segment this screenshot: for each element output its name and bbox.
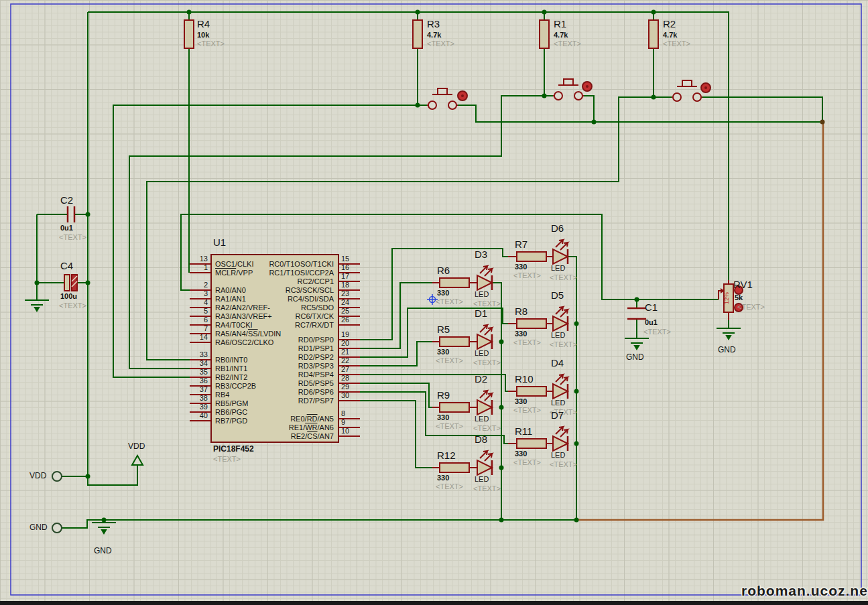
text-placeholder: <TEXT>: [473, 299, 501, 308]
pin-number: 18: [341, 281, 359, 289]
vdd-terminal[interactable]: [52, 472, 62, 481]
resistor-R1[interactable]: [540, 20, 549, 48]
pin-number: 14: [190, 333, 208, 341]
window-bottom-edge: [0, 601, 868, 605]
pin-label: RB0/INT0: [215, 356, 247, 364]
pin-label: RE2/CS/AN7: [253, 432, 334, 440]
resistor-R3[interactable]: [413, 20, 422, 48]
pin-label: RA0/AN0: [215, 286, 246, 294]
component-ref: D4: [551, 358, 564, 369]
pin-number: 19: [341, 330, 359, 338]
pin-number: 23: [341, 289, 359, 297]
component-ref: R11: [515, 426, 532, 438]
pin-number: 28: [341, 374, 359, 382]
pin-label: RD7/PSP7: [253, 397, 334, 405]
gnd-power-label: GND: [94, 547, 112, 555]
component-value: 4.7k: [427, 31, 441, 39]
pin-number: 7: [190, 324, 208, 332]
component-value: 0u1: [645, 318, 658, 326]
pot-position-text: 12%: [723, 292, 730, 304]
component-ref: R4: [197, 19, 210, 30]
component-value: 330: [515, 397, 527, 405]
component-value: 0u1: [60, 224, 73, 232]
capacitor-C1[interactable]: [627, 308, 646, 319]
pin-label: RC3/SCK/SCL: [253, 286, 334, 294]
text-placeholder: <TEXT>: [550, 340, 577, 348]
text-placeholder: <TEXT>: [427, 40, 454, 48]
gnd-terminal[interactable]: [52, 523, 62, 533]
component-ref: R7: [515, 239, 528, 251]
pin-number: 34: [190, 359, 208, 367]
text-placeholder: <TEXT>: [436, 297, 463, 306]
pin-label: RB1/INT1: [215, 364, 247, 373]
gnd-power-label: GND: [626, 353, 644, 362]
pin-label: RD2/PSP2: [253, 353, 334, 361]
resistor-R4[interactable]: [184, 20, 194, 48]
component-ref: R6: [437, 265, 450, 277]
component-value: 4.7k: [663, 31, 677, 39]
capacitor-C4[interactable]: [64, 275, 77, 291]
pin-label: RB7/PGD: [215, 417, 247, 425]
pin-label: RC7/RX/DT: [253, 321, 334, 329]
text-placeholder: <TEXT>: [473, 358, 501, 366]
component-ref: D3: [475, 249, 487, 261]
pin-number: 36: [190, 377, 208, 385]
component-ref: R12: [437, 450, 456, 462]
component-ref: D2: [475, 374, 487, 385]
pin-label: RD0/PSP0: [253, 336, 334, 344]
text-placeholder: <TEXT>: [436, 356, 463, 364]
text-placeholder: <TEXT>: [473, 424, 501, 432]
pin-number: 35: [190, 368, 208, 376]
text-placeholder: <TEXT>: [550, 460, 577, 468]
pin-label: RA1/AN1: [215, 295, 246, 303]
component-ref: D8: [475, 434, 487, 446]
vdd-power-symbol[interactable]: [132, 456, 143, 465]
pin-label: RE0/RD/AN5: [253, 415, 334, 423]
pin-label: RB5/PGM: [215, 399, 249, 407]
pin-number: 8: [341, 409, 359, 417]
pin-label: RC5/SDO: [253, 304, 334, 312]
pin-label: MCLR/VPP: [215, 269, 253, 277]
component-ref: R9: [437, 390, 450, 401]
pin-number: 17: [341, 272, 359, 280]
pin-label: RD6/PSP6: [253, 388, 334, 396]
pin-number: 27: [341, 365, 359, 373]
chip-text-placeholder: <TEXT>: [213, 455, 241, 463]
component-ref: R3: [427, 19, 440, 30]
led-type-label: LED: [551, 264, 565, 272]
pin-number: 1: [190, 263, 208, 271]
led-type-label: LED: [475, 475, 489, 483]
pin-number: 33: [190, 350, 208, 358]
text-placeholder: <TEXT>: [737, 303, 765, 311]
led-type-label: LED: [551, 451, 565, 459]
pullup-resistors[interactable]: [184, 20, 658, 48]
pin-number: 29: [341, 383, 359, 391]
button-2[interactable]: [553, 79, 592, 100]
capacitor-C2[interactable]: [68, 206, 74, 222]
pin-label: RC4/SDI/SDA: [253, 295, 334, 303]
pin-number: 10: [341, 427, 359, 435]
component-ref: C2: [60, 195, 73, 206]
pin-label: RE1/WR/AN6: [253, 423, 334, 431]
button-1[interactable]: [427, 88, 467, 109]
led-type-label: LED: [475, 415, 489, 423]
pin-number: 40: [190, 411, 208, 419]
text-placeholder: <TEXT>: [197, 40, 225, 48]
text-placeholder: <TEXT>: [473, 484, 501, 492]
text-placeholder: <TEXT>: [59, 301, 86, 310]
pin-number: 4: [190, 298, 208, 306]
button-3[interactable]: [672, 80, 710, 101]
component-ref: D1: [475, 308, 487, 320]
pin-number: 26: [341, 316, 359, 324]
pin-number: 30: [341, 391, 359, 399]
component-ref: D5: [551, 290, 564, 301]
component-value: 100u: [60, 292, 77, 300]
pin-number: 15: [341, 255, 359, 263]
led-type-label: LED: [551, 331, 565, 339]
vdd-terminal-label: VDD: [29, 472, 46, 480]
component-ref: C1: [645, 302, 658, 314]
pin-number: 21: [341, 348, 359, 356]
pin-label: RC1/T1OSI/CCP2A: [253, 269, 334, 277]
resistor-R2[interactable]: [649, 20, 658, 48]
ground-symbols: [25, 300, 741, 533]
